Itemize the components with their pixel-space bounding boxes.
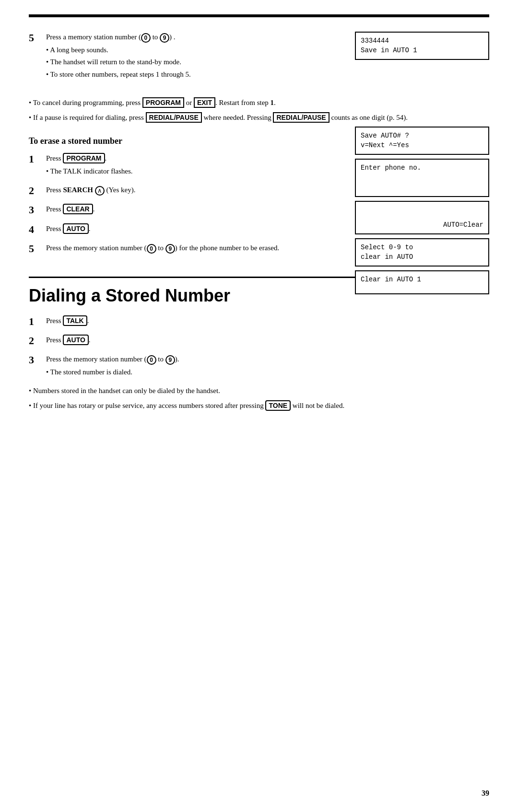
key-auto-erase: AUTO	[63, 223, 88, 234]
key-redial-2: REDIAL/PAUSE	[273, 112, 329, 123]
display-auto-clear-text: AUTO=Clear	[443, 220, 483, 230]
display-enter-phone: Enter phone no.	[355, 159, 489, 197]
erase-left: To erase a stored number 1 Press PROGRAM…	[29, 127, 355, 262]
display-select-line2: clear in AUTO	[361, 253, 483, 262]
display-save-auto-line1: Save AUTO# ?	[361, 131, 483, 141]
erase-step-4-number: 4	[29, 223, 43, 236]
display-enter-phone-line1: Enter phone no.	[361, 163, 483, 173]
erase-step-1-text: Press PROGRAM.	[46, 153, 106, 163]
top-border	[29, 14, 489, 17]
erase-step-1-content: Press PROGRAM. The TALK indicator flashe…	[46, 153, 355, 178]
key-talk: TALK	[63, 315, 87, 326]
erase-step-3-number: 3	[29, 204, 43, 216]
key-0-top: 0	[141, 33, 151, 43]
erase-step-1: 1 Press PROGRAM. The TALK indicator flas…	[29, 153, 355, 178]
dialing-step-2-number: 2	[29, 335, 43, 347]
dialing-step-2: 2 Press AUTO.	[29, 335, 489, 347]
erase-step-5: 5 Press the memory station number (0 to …	[29, 243, 355, 255]
dialing-step-2-content: Press AUTO.	[46, 335, 489, 346]
dialing-step-2-text: Press AUTO.	[46, 335, 91, 345]
key-0-erase: 0	[147, 244, 156, 254]
erase-right-displays: Save AUTO# ? v=Next ^=Yes Enter phone no…	[355, 127, 489, 294]
note-2-text: If your line has rotary or pulse service…	[33, 400, 344, 411]
erase-step-2-text: Press SEARCH ∧ (Yes key).	[46, 186, 135, 194]
bullet-3: To store other numbers, repeat steps 1 t…	[46, 69, 345, 80]
dialing-step-3-number: 3	[29, 354, 43, 366]
bottom-notes: Numbers stored in the handset can only b…	[29, 385, 489, 411]
erase-step-1-number: 1	[29, 153, 43, 165]
key-9-top: 9	[160, 33, 169, 43]
bullet-2: The handset will return to the stand-by …	[46, 57, 345, 68]
note-1-text: Numbers stored in the handset can only b…	[33, 387, 220, 394]
top-right-display: 3334444 Save in AUTO 1	[355, 32, 489, 88]
key-clear: CLEAR	[63, 204, 93, 214]
display-select-line1: Select 0-9 to	[361, 243, 483, 253]
erase-step-5-content: Press the memory station number (0 to 9)…	[46, 243, 355, 254]
note-pause-text: If a pause is required for dialing, pres…	[33, 112, 408, 123]
display-line-1: 3334444	[361, 36, 483, 46]
erase-bullet-1: The TALK indicator flashes.	[46, 166, 355, 177]
step-5-bullets: A long beep sounds. The handset will ret…	[46, 45, 345, 80]
key-auto-dial: AUTO	[63, 335, 88, 345]
dialing-step-3-text: Press the memory station number (0 to 9)…	[46, 355, 179, 363]
dialing-step-3-content: Press the memory station number (0 to 9)…	[46, 354, 489, 379]
step-5-text: Press a memory station number (0 to 9) .	[46, 33, 176, 41]
key-0-dial: 0	[147, 355, 156, 365]
erase-step-4: 4 Press AUTO.	[29, 223, 355, 236]
erase-step-3-content: Press CLEAR.	[46, 204, 355, 215]
note-1: Numbers stored in the handset can only b…	[29, 385, 489, 396]
erase-step-4-content: Press AUTO.	[46, 223, 355, 234]
key-redial-1: REDIAL/PAUSE	[146, 112, 202, 123]
display-auto-clear: AUTO=Clear	[355, 201, 489, 234]
erase-step-2-number: 2	[29, 185, 43, 197]
key-program-erase: PROGRAM	[63, 153, 105, 163]
note-2: If your line has rotary or pulse service…	[29, 400, 489, 411]
key-9-dial: 9	[165, 355, 175, 365]
erase-step-3-text: Press CLEAR.	[46, 204, 94, 214]
page-number: 39	[482, 789, 489, 798]
display-line-2: Save in AUTO 1	[361, 46, 483, 56]
key-exit: EXIT	[194, 97, 215, 108]
dialing-section: Dialing a Stored Number 1 Press TALK. 2 …	[29, 277, 489, 411]
step-5-content: Press a memory station number (0 to 9) .…	[46, 32, 345, 81]
key-tone: TONE	[265, 400, 291, 411]
search-arrow-icon: ∧	[95, 186, 105, 196]
dialing-step-1-content: Press TALK.	[46, 315, 489, 326]
erase-step-4-text: Press AUTO.	[46, 223, 91, 234]
erase-section: To erase a stored number 1 Press PROGRAM…	[29, 127, 489, 262]
note-program-text: To cancel during programming, press PROG…	[33, 97, 276, 108]
display-clear-auto1-text: Clear in AUTO 1	[361, 275, 483, 285]
dialing-step-1-text: Press TALK.	[46, 315, 89, 326]
key-9-erase: 9	[165, 244, 175, 254]
erase-step-3: 3 Press CLEAR.	[29, 204, 355, 216]
display-save-auto-line3: v=Next ^=Yes	[361, 141, 483, 151]
display-save-auto: Save AUTO# ? v=Next ^=Yes	[355, 127, 489, 155]
erase-step-2: 2 Press SEARCH ∧ (Yes key).	[29, 185, 355, 197]
bullet-1: A long beep sounds.	[46, 45, 345, 56]
note-pause: If a pause is required for dialing, pres…	[29, 112, 489, 123]
erase-step-5-text: Press the memory station number (0 to 9)…	[46, 244, 279, 252]
page-container: 5 Press a memory station number (0 to 9)…	[0, 0, 518, 812]
dialing-step-1: 1 Press TALK.	[29, 315, 489, 328]
note-program: To cancel during programming, press PROG…	[29, 97, 489, 108]
dialing-step-3-bullets: The stored number is dialed.	[46, 367, 489, 378]
key-program-1: PROGRAM	[142, 97, 184, 108]
top-left: 5 Press a memory station number (0 to 9)…	[29, 32, 355, 88]
erase-heading: To erase a stored number	[29, 136, 355, 146]
dialing-step-1-number: 1	[29, 315, 43, 328]
display-select-clear: Select 0-9 to clear in AUTO	[355, 238, 489, 267]
erase-step-1-bullets: The TALK indicator flashes.	[46, 166, 355, 177]
top-section: 5 Press a memory station number (0 to 9)…	[29, 32, 489, 88]
step-5-top: 5 Press a memory station number (0 to 9)…	[29, 32, 345, 81]
display-3334444: 3334444 Save in AUTO 1	[355, 32, 489, 60]
dialing-bullet-1: The stored number is dialed.	[46, 367, 489, 378]
display-clear-auto1: Clear in AUTO 1	[355, 270, 489, 294]
erase-step-5-number: 5	[29, 243, 43, 255]
erase-step-2-content: Press SEARCH ∧ (Yes key).	[46, 185, 355, 196]
step-5-number: 5	[29, 32, 43, 44]
dialing-step-3: 3 Press the memory station number (0 to …	[29, 354, 489, 379]
